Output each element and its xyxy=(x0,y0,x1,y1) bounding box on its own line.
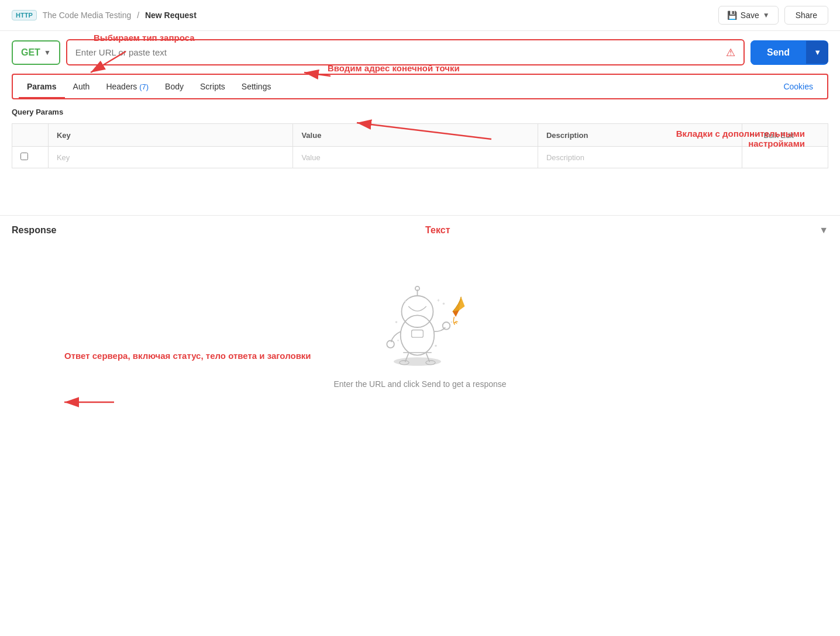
url-input[interactable] xyxy=(75,40,726,64)
svg-text:+: + xyxy=(397,338,399,343)
tabs-container: Params Auth Headers (7) Body Scripts Set… xyxy=(12,74,828,99)
row-desc-cell[interactable]: Description xyxy=(538,147,742,168)
method-chevron-down-icon: ▼ xyxy=(44,49,51,57)
send-chevron-down-icon: ▼ xyxy=(814,48,821,57)
tab-headers[interactable]: Headers (7) xyxy=(98,75,157,98)
row-checkbox-cell[interactable] xyxy=(12,147,49,168)
svg-point-6 xyxy=(401,315,435,355)
breadcrumb-current: New Request xyxy=(145,11,197,20)
empty-state: + + Enter the URL and click Send to get … xyxy=(12,236,828,412)
col-value-header: Value xyxy=(293,124,538,147)
svg-point-16 xyxy=(435,345,437,347)
send-button-group: Send ▼ xyxy=(751,40,828,65)
tab-settings[interactable]: Settings xyxy=(233,75,280,98)
row-key-cell[interactable]: Key xyxy=(48,147,293,168)
svg-text:+: + xyxy=(437,298,440,303)
tab-auth[interactable]: Auth xyxy=(65,75,98,98)
svg-point-13 xyxy=(451,322,453,323)
http-badge: HTTP xyxy=(12,10,37,20)
col-key-header: Key xyxy=(48,124,293,147)
response-section: Response Текст ▼ xyxy=(0,216,840,421)
tab-auth-label: Auth xyxy=(73,82,90,91)
save-button[interactable]: 💾 Save ▼ xyxy=(718,6,779,25)
response-label: Текст xyxy=(56,225,819,236)
astronaut-illustration: + + xyxy=(367,253,473,370)
app-header: HTTP The Code Media Testing / New Reques… xyxy=(0,0,840,31)
save-label: Save xyxy=(741,11,759,20)
cookies-link[interactable]: Cookies xyxy=(775,75,821,98)
url-input-wrapper: ⚠ xyxy=(66,39,745,65)
breadcrumb: The Code Media Testing / New Request xyxy=(43,11,197,20)
svg-point-14 xyxy=(395,321,398,323)
annotation-url: Вводим адрес конечной точки xyxy=(328,63,460,73)
svg-point-10 xyxy=(387,341,394,348)
svg-point-12 xyxy=(443,303,445,305)
annotation-request-type: Выбираем тип запроса xyxy=(94,33,195,43)
tab-body[interactable]: Body xyxy=(157,75,192,98)
tab-scripts-label: Scripts xyxy=(200,82,225,91)
send-button[interactable]: Send xyxy=(751,40,806,65)
params-section-title: Query Params xyxy=(12,108,828,116)
breadcrumb-parent[interactable]: The Code Media Testing xyxy=(43,11,132,20)
tab-headers-label: Headers xyxy=(106,82,137,91)
row-checkbox[interactable] xyxy=(20,153,28,160)
save-chevron-down-icon: ▼ xyxy=(763,11,770,19)
breadcrumb-separator: / xyxy=(137,11,139,20)
send-dropdown-button[interactable]: ▼ xyxy=(806,41,828,64)
response-header: Response Текст ▼ xyxy=(12,225,828,236)
tabs-row: Params Auth Headers (7) Body Scripts Set… xyxy=(13,75,827,98)
tab-body-label: Body xyxy=(165,82,184,91)
headers-badge: (7) xyxy=(139,82,149,91)
tab-params[interactable]: Params xyxy=(19,75,65,98)
row-actions-cell xyxy=(742,147,828,168)
empty-state-text: Enter the URL and click Send to get a re… xyxy=(333,379,506,389)
tab-scripts[interactable]: Scripts xyxy=(192,75,233,98)
warning-icon: ⚠ xyxy=(726,46,735,59)
tab-params-label: Params xyxy=(27,82,57,91)
floppy-icon: 💾 xyxy=(727,11,737,20)
svg-point-7 xyxy=(402,296,433,327)
response-chevron-down-icon[interactable]: ▼ xyxy=(819,225,828,236)
svg-point-15 xyxy=(404,300,406,302)
svg-point-11 xyxy=(443,322,450,330)
annotation-tabs: Вкладки с дополнительными настройками xyxy=(676,129,805,148)
response-title: Response xyxy=(12,225,56,236)
col-checkbox xyxy=(12,124,49,147)
share-button[interactable]: Share xyxy=(784,6,828,25)
method-label: GET xyxy=(21,47,40,58)
row-value-cell[interactable]: Value xyxy=(293,147,538,168)
svg-rect-17 xyxy=(412,330,424,338)
tab-settings-label: Settings xyxy=(242,82,271,91)
table-row: Key Value Description xyxy=(12,147,828,168)
annotation-response: Ответ сервера, включая статус, тело отве… xyxy=(64,351,311,361)
method-selector[interactable]: GET ▼ xyxy=(12,40,60,65)
